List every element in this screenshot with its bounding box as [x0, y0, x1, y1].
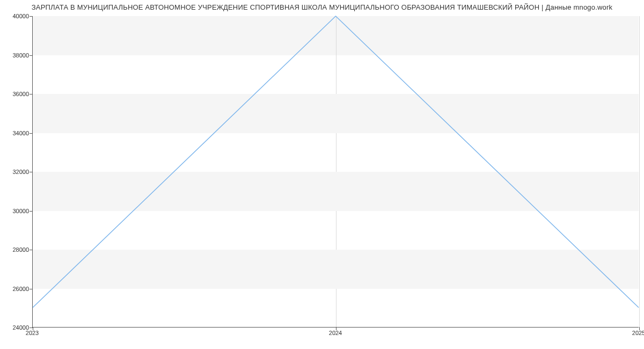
line-series — [33, 16, 639, 327]
y-axis-tick — [30, 250, 33, 250]
y-axis-tick — [30, 133, 33, 134]
y-axis-label: 30000 — [2, 208, 29, 214]
y-axis-tick — [30, 16, 33, 17]
y-axis-tick — [30, 211, 33, 212]
plot-area — [32, 16, 639, 328]
x-axis-label: 2024 — [329, 330, 342, 336]
y-axis-tick — [30, 172, 33, 172]
chart-title: ЗАРПЛАТА В МУНИЦИПАЛЬНОЕ АВТОНОМНОЕ УЧРЕ… — [0, 3, 644, 11]
y-axis-label: 36000 — [2, 91, 29, 97]
y-axis-label: 32000 — [2, 169, 29, 175]
y-axis-tick — [30, 55, 33, 56]
y-axis-tick — [30, 94, 33, 94]
y-axis-label: 34000 — [2, 130, 29, 136]
y-axis-tick — [30, 328, 33, 328]
y-axis-tick — [30, 289, 33, 289]
y-axis-label: 24000 — [2, 324, 29, 331]
y-axis-label: 40000 — [2, 13, 29, 19]
y-axis-label: 26000 — [2, 286, 29, 292]
y-axis-label: 28000 — [2, 246, 29, 253]
y-axis-label: 38000 — [2, 52, 29, 59]
grid-line-vertical — [639, 16, 640, 327]
chart-container: ЗАРПЛАТА В МУНИЦИПАЛЬНОЕ АВТОНОМНОЕ УЧРЕ… — [0, 0, 644, 349]
x-axis-label: 2025 — [632, 330, 644, 336]
series-line — [33, 16, 639, 308]
